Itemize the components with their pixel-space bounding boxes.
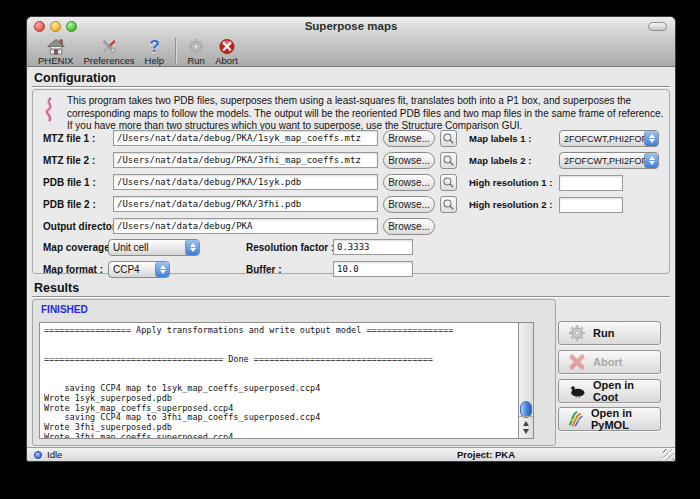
high-resolution-1-input[interactable] [559, 175, 623, 191]
coot-bird-icon [567, 381, 587, 401]
pdb-file-1-inspect-button[interactable] [440, 174, 457, 191]
window-title: Superpose maps [27, 20, 675, 32]
map-coverage-label: Map coverage : [43, 242, 116, 253]
output-directory-browse-button[interactable]: Browse... [383, 218, 435, 235]
abort-toolbar-button[interactable]: Abort [210, 37, 243, 67]
help-label: Help [145, 55, 165, 66]
map-labels-1-label: Map labels 1 : [469, 133, 531, 144]
pdb-file-2-label: PDB file 2 : [43, 199, 96, 210]
scroll-up-icon[interactable] [523, 421, 529, 426]
toolbar: PHENIX Preferences ? Help [27, 36, 675, 67]
preferences-label: Preferences [83, 55, 134, 66]
popup-stepper-icon [155, 262, 169, 277]
mtz-file-2-browse-button[interactable]: Browse... [383, 152, 435, 169]
mtz-file-2-inspect-button[interactable] [440, 152, 457, 169]
help-button[interactable]: ? Help [140, 37, 170, 67]
mtz-file-2-input[interactable] [113, 152, 378, 168]
map-format-label: Map format : [43, 264, 103, 275]
content-area: Configuration This program takes two PDB… [27, 68, 675, 447]
pdb-file-1-browse-button[interactable]: Browse... [383, 174, 435, 191]
mtz-file-1-input[interactable] [113, 130, 378, 146]
abort-button-label: Abort [593, 356, 622, 368]
map-format-select[interactable]: CCP4 [108, 261, 170, 278]
magnifier-icon [442, 176, 455, 189]
idle-status-icon [34, 451, 42, 459]
run-gear-icon [187, 37, 205, 55]
program-description: This program takes two PDB files, superp… [67, 95, 667, 133]
toolbar-separator [175, 38, 176, 64]
open-in-coot-label: Open in Coot [593, 379, 660, 403]
output-directory-input[interactable] [113, 218, 378, 234]
popup-stepper-icon [185, 240, 199, 255]
high-resolution-2-input[interactable] [559, 197, 623, 213]
phenix-label: PHENIX [38, 55, 73, 66]
popup-stepper-icon [644, 131, 658, 146]
abort-label: Abort [215, 55, 238, 66]
magnifier-icon [442, 198, 455, 211]
magnifier-icon [442, 132, 455, 145]
map-labels-2-select[interactable]: 2FOFCWT,PHI2FOF... [559, 152, 659, 169]
configuration-rule [32, 86, 670, 87]
help-question-icon: ? [149, 37, 159, 55]
popup-stepper-icon [644, 153, 658, 168]
map-labels-2-label: Map labels 2 : [469, 155, 531, 166]
results-rule [32, 296, 670, 297]
run-label: Run [187, 55, 204, 66]
abort-x-icon [567, 352, 587, 372]
results-panel: FINISHED ================= Apply transfo… [32, 299, 556, 446]
tools-icon [99, 37, 119, 55]
preferences-button[interactable]: Preferences [78, 37, 139, 67]
phenix-button[interactable]: PHENIX [33, 37, 78, 67]
mtz-file-2-label: MTZ file 2 : [43, 155, 95, 166]
status-badge: FINISHED [41, 304, 88, 315]
pymol-ribbon-icon [567, 409, 585, 429]
resolution-factor-input[interactable] [333, 239, 413, 255]
high-resolution-1-label: High resolution 1 : [469, 177, 552, 188]
open-in-pymol-label: Open in PyMOL [591, 407, 660, 431]
mtz-file-1-label: MTZ file 1 : [43, 133, 95, 144]
buffer-input[interactable] [333, 261, 413, 277]
title-bar[interactable]: Superpose maps [27, 17, 675, 36]
console-scrollbar[interactable] [518, 322, 534, 439]
pdb-file-2-browse-button[interactable]: Browse... [383, 196, 435, 213]
scroll-down-icon[interactable] [523, 429, 529, 434]
open-in-coot-button[interactable]: Open in Coot [558, 379, 661, 403]
status-bar: Idle Project: PKA [27, 447, 675, 461]
pdb-file-2-input[interactable] [113, 196, 378, 212]
resolution-factor-label: Resolution factor : [246, 242, 334, 253]
toolbar-toggle-pill[interactable] [648, 22, 667, 31]
abort-x-icon [218, 37, 236, 55]
mtz-file-1-inspect-button[interactable] [440, 130, 457, 147]
mtz-file-1-browse-button[interactable]: Browse... [383, 130, 435, 147]
run-button-label: Run [593, 327, 614, 339]
configuration-panel: This program takes two PDB files, superp… [32, 89, 670, 274]
high-resolution-2-label: High resolution 2 : [469, 199, 552, 210]
configuration-heading: Configuration [34, 71, 116, 85]
results-heading: Results [34, 281, 79, 295]
run-button[interactable]: Run [558, 321, 661, 345]
magnifier-icon [442, 154, 455, 167]
open-in-pymol-button[interactable]: Open in PyMOL [558, 407, 661, 431]
status-text: Idle [47, 449, 62, 460]
pdb-file-2-inspect-button[interactable] [440, 196, 457, 213]
log-console[interactable]: ================= Apply transformations … [39, 322, 518, 439]
run-gear-icon [567, 323, 587, 343]
pdb-file-1-label: PDB file 1 : [43, 177, 96, 188]
map-labels-1-select[interactable]: 2FOFCWT,PHI2FOF... [559, 130, 659, 147]
scrollbar-arrows[interactable] [519, 416, 533, 438]
phenix-home-icon [46, 37, 66, 55]
abort-button[interactable]: Abort [558, 350, 661, 374]
run-toolbar-button[interactable]: Run [182, 37, 210, 67]
pdb-file-1-input[interactable] [113, 174, 378, 190]
app-window: Superpose maps PHENIX [26, 16, 676, 462]
buffer-label: Buffer : [246, 264, 282, 275]
map-coverage-select[interactable]: Unit cell [108, 239, 200, 256]
project-label: Project: PKA [457, 449, 515, 460]
molecule-icon [42, 97, 59, 127]
resize-grip[interactable] [663, 449, 674, 460]
